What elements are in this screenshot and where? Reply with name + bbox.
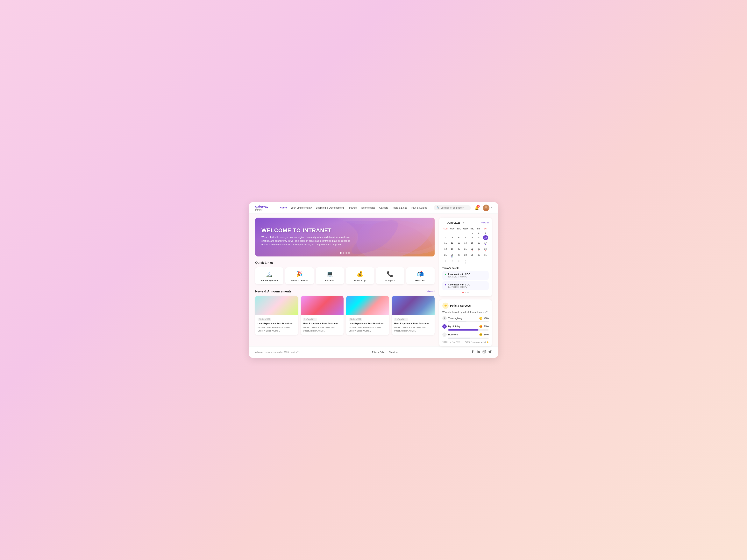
cal-day-20[interactable]: 20 [456, 247, 462, 252]
twitter-icon[interactable] [488, 350, 492, 354]
calendar-next-button[interactable]: › [462, 221, 465, 224]
hero-dot-1[interactable] [340, 252, 342, 254]
cal-day-9[interactable]: 9 [475, 235, 482, 240]
news-card-2[interactable]: 21-Sep-2022 User Experience Best Practic… [301, 296, 343, 335]
cal-day-19[interactable]: 19 [449, 247, 455, 252]
quick-link-hr[interactable]: 🏔️ HR Management [255, 267, 283, 284]
news-body-4: 21-Sep-2022 User Experience Best Practic… [392, 315, 435, 335]
facebook-icon[interactable] [471, 350, 474, 354]
cal-day-29[interactable]: 29 [469, 253, 475, 259]
footer-privacy[interactable]: Privacy Policy [372, 351, 385, 353]
quick-link-helpdesk[interactable]: 📬 Help Desk [406, 267, 435, 284]
search-bar[interactable]: 🔍 [434, 205, 471, 210]
nav-right: 🔍 🔔 1 ▾ [434, 205, 492, 211]
search-input[interactable] [441, 207, 468, 209]
linkedin-icon[interactable] [476, 350, 480, 354]
cal-day-28[interactable]: 28 [462, 253, 469, 259]
poll-bar-bg-0 [448, 321, 489, 322]
calendar-prev-button[interactable]: ‹ [442, 221, 446, 224]
cal-day-21[interactable]: 21 [462, 247, 469, 252]
event-card-2: A connect with COO Jun,26,2023| 04:00PM [442, 282, 489, 290]
nav-home[interactable]: Home [280, 205, 287, 210]
cal-day-2[interactable]: 2 [475, 231, 482, 235]
poll-option-c[interactable]: C Halloween 😊 55% [442, 332, 489, 339]
news-body-2: 21-Sep-2022 User Experience Best Practic… [301, 315, 343, 335]
cal-day-27[interactable]: 27 [456, 253, 462, 259]
cal-day-15[interactable]: 15 [469, 241, 475, 246]
quick-link-finance[interactable]: 💰 Finance Dpt [346, 267, 374, 284]
events-list: A connect with COO Jun,26,2023| 04:00PM … [442, 271, 489, 290]
cal-day-7[interactable]: 7 [462, 235, 469, 240]
cal-day-24[interactable]: 24 [483, 247, 489, 252]
cal-day-8[interactable]: 8 [469, 235, 475, 240]
poll-letter-0: A [442, 316, 447, 320]
news-card-3[interactable]: 21-Sep-2022 User Experience Best Practic… [346, 296, 389, 335]
hero-dot-4[interactable] [348, 252, 350, 254]
hero-dot-2[interactable] [343, 252, 344, 254]
cal-day-3[interactable]: 3 [483, 231, 489, 235]
cal-day-31[interactable]: 31 [483, 253, 489, 259]
cal-day-23[interactable]: 23 [475, 247, 482, 252]
event-name-2: A connect with COO [448, 283, 470, 286]
poll-pct-2: 55% [484, 333, 489, 336]
cal-day-26[interactable]: 26 [449, 253, 455, 259]
cal-day-1-other[interactable]: 1 [442, 259, 448, 264]
avatar-area[interactable]: ▾ [483, 205, 492, 211]
news-desc-3: Minuiux . Wins Forbes Asia's Best Under … [349, 326, 387, 332]
calendar-grid: SUNMONTUEWEDTHUFRISAT [442, 227, 489, 231]
news-card-4[interactable]: 21-Sep-2022 User Experience Best Practic… [392, 296, 435, 335]
cal-day-17[interactable]: 17 [483, 241, 489, 246]
cal-day-1[interactable]: 1 [469, 231, 475, 235]
nav-technologies[interactable]: Technologies [361, 206, 376, 210]
poll-option-a[interactable]: A Thanksgiving 😄 45% [442, 316, 489, 322]
footer-disclaimer[interactable]: Disclaimer [389, 351, 398, 353]
poll-option-b[interactable]: B My birthday 😍 75% [442, 324, 489, 330]
nav-careers[interactable]: Careers [379, 206, 388, 210]
hero-pagination [340, 252, 350, 254]
cal-day-3-other[interactable]: 3 [456, 259, 462, 264]
cal-day-10[interactable]: 10 [483, 235, 488, 240]
poll-options: A Thanksgiving 😄 45% B My birthday 😍 75%… [442, 316, 489, 339]
poll-bar-fill-0 [448, 321, 466, 322]
cal-day-30[interactable]: 30 [475, 253, 482, 259]
quick-link-perks[interactable]: 🎉 Perks & Benefits [285, 267, 314, 284]
nav-tools[interactable]: Tools & Links [392, 206, 407, 210]
poll-option-row-2: C Halloween 😊 55% [442, 332, 489, 337]
cal-day-16[interactable]: 16 [475, 241, 482, 246]
poll-pct-0: 45% [484, 317, 489, 320]
cal-day-14[interactable]: 14 [462, 241, 469, 246]
event-pagination [442, 292, 489, 293]
notification-button[interactable]: 🔔 1 [473, 205, 480, 211]
hero-dot-3[interactable] [345, 252, 347, 254]
cal-day-11[interactable]: 11 [442, 241, 448, 246]
quick-links-title: Quick Links [255, 261, 435, 265]
logo-sub: Intranet [255, 209, 273, 211]
cal-day-13[interactable]: 13 [456, 241, 462, 246]
news-date-2: 21-Sep-2022 [303, 318, 317, 321]
calendar-view-all[interactable]: View all [481, 221, 489, 224]
cal-day-2-other[interactable]: 2 [449, 259, 455, 264]
news-view-all[interactable]: View all [427, 290, 435, 293]
event-page-dot-3[interactable] [467, 292, 469, 293]
quick-link-it[interactable]: 📞 IT Support [376, 267, 404, 284]
nav-finance[interactable]: Finance [347, 206, 357, 210]
quick-link-label-perks: Perks & Benefits [291, 279, 308, 282]
cal-day-5[interactable]: 5 [449, 235, 455, 240]
nav-your-employment[interactable]: Your Employment ▾ [291, 206, 312, 210]
event-page-dot-2[interactable] [465, 292, 466, 293]
svg-rect-7 [483, 350, 486, 353]
cal-day-4-other[interactable]: 4 [462, 259, 469, 264]
cal-day-25[interactable]: 25 [442, 253, 448, 259]
news-grid: 21-Sep-2022 User Experience Best Practic… [255, 296, 435, 340]
cal-day-12[interactable]: 12 [449, 241, 455, 246]
instagram-icon[interactable] [483, 350, 486, 354]
cal-day-4[interactable]: 4 [442, 235, 448, 240]
event-page-dot-1[interactable] [462, 292, 464, 293]
cal-day-22[interactable]: 22 [469, 247, 475, 252]
nav-plan[interactable]: Plan & Guides [411, 206, 427, 210]
quick-link-ess[interactable]: 💻 ESS Plus [316, 267, 344, 284]
cal-day-18[interactable]: 18 [442, 247, 448, 252]
cal-day-6[interactable]: 6 [456, 235, 462, 240]
nav-learning[interactable]: Learning & Development [316, 206, 344, 210]
news-card-1[interactable]: 21-Sep-2022 User Experience Best Practic… [255, 296, 298, 335]
